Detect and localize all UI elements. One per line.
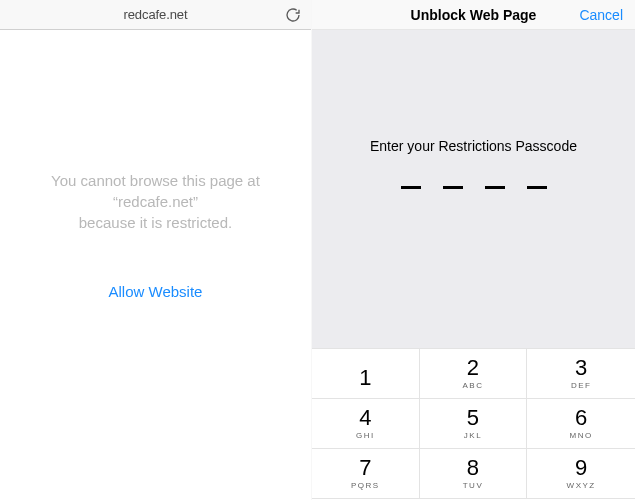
restricted-message: You cannot browse this page at “redcafe.… <box>51 170 260 233</box>
key-digit: 9 <box>575 457 587 479</box>
key-3[interactable]: 3DEF <box>527 349 635 399</box>
key-digit: 8 <box>467 457 479 479</box>
key-5[interactable]: 5JKL <box>420 399 528 449</box>
allow-website-link[interactable]: Allow Website <box>109 283 203 300</box>
key-9[interactable]: 9WXYZ <box>527 449 635 499</box>
key-letters: ABC <box>463 381 484 390</box>
passcode-area: Enter your Restrictions Passcode <box>312 30 635 348</box>
passcode-prompt: Enter your Restrictions Passcode <box>370 138 577 154</box>
safari-restricted-pane: redcafe.net You cannot browse this page … <box>0 0 312 500</box>
key-letters: GHI <box>356 431 375 440</box>
numeric-keypad: 12ABC3DEF4GHI5JKL6MNO7PQRS8TUV9WXYZ <box>312 348 635 499</box>
key-letters: MNO <box>570 431 593 440</box>
passcode-dash <box>485 186 505 189</box>
passcode-dashes <box>401 186 547 189</box>
cancel-button[interactable]: Cancel <box>579 7 623 23</box>
passcode-sheet: Unblock Web Page Cancel Enter your Restr… <box>312 0 635 500</box>
passcode-dash <box>527 186 547 189</box>
restricted-msg-line1: You cannot browse this page at <box>51 170 260 191</box>
key-letters: PQRS <box>351 481 380 490</box>
key-digit: 1 <box>359 367 371 389</box>
key-7[interactable]: 7PQRS <box>312 449 420 499</box>
key-digit: 7 <box>359 457 371 479</box>
key-letters: TUV <box>463 481 484 490</box>
key-6[interactable]: 6MNO <box>527 399 635 449</box>
key-letters: WXYZ <box>567 481 596 490</box>
key-letters: DEF <box>571 381 592 390</box>
passcode-dash <box>443 186 463 189</box>
passcode-dash <box>401 186 421 189</box>
key-digit: 2 <box>467 357 479 379</box>
sheet-header: Unblock Web Page Cancel <box>312 0 635 30</box>
restricted-msg-line3: because it is restricted. <box>51 212 260 233</box>
sheet-title: Unblock Web Page <box>411 7 537 23</box>
key-4[interactable]: 4GHI <box>312 399 420 449</box>
restricted-msg-line2: “redcafe.net” <box>51 191 260 212</box>
key-digit: 3 <box>575 357 587 379</box>
key-digit: 6 <box>575 407 587 429</box>
key-letters: JKL <box>464 431 482 440</box>
key-8[interactable]: 8TUV <box>420 449 528 499</box>
key-digit: 5 <box>467 407 479 429</box>
key-digit: 4 <box>359 407 371 429</box>
key-1[interactable]: 1 <box>312 349 420 399</box>
restricted-body: You cannot browse this page at “redcafe.… <box>0 0 311 470</box>
key-2[interactable]: 2ABC <box>420 349 528 399</box>
